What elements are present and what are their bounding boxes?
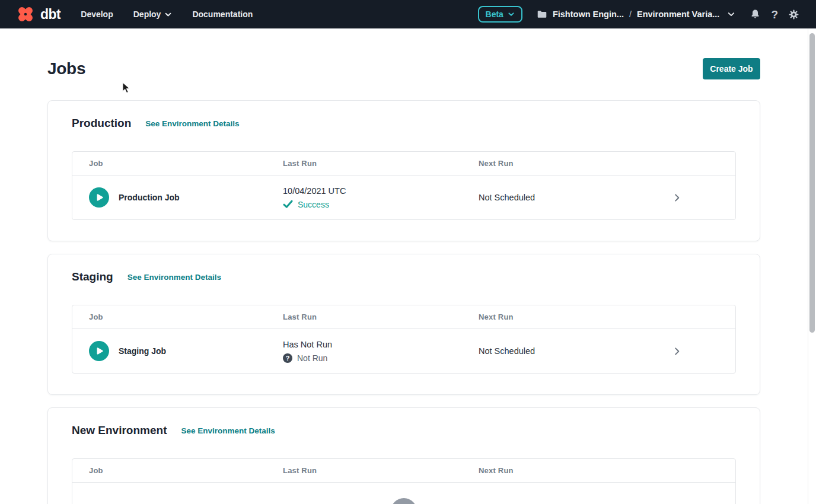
question-mark-icon: ? — [283, 353, 292, 363]
empty-jobs-area: ? — [72, 483, 735, 504]
chevron-down-icon[interactable] — [727, 10, 735, 18]
next-run-value: Not Scheduled — [479, 346, 672, 356]
nav-item-develop[interactable]: Develop — [81, 9, 113, 19]
next-run-value: Not Scheduled — [479, 193, 672, 202]
column-header-last-run: Last Run — [283, 159, 479, 168]
chevron-down-icon — [508, 11, 515, 18]
bell-icon[interactable] — [750, 8, 761, 20]
breadcrumb-section[interactable]: Environment Varia... — [637, 9, 719, 19]
column-header-job: Job — [72, 312, 283, 321]
folder-icon — [537, 9, 547, 19]
jobs-table: Job Last Run Next Run Staging Job Has No… — [72, 305, 736, 374]
help-icon[interactable]: ? — [771, 9, 778, 20]
run-job-button[interactable] — [89, 341, 109, 361]
question-mark-icon: ? — [391, 498, 417, 504]
breadcrumb-project[interactable]: Fishtown Engin... — [553, 9, 624, 19]
check-icon — [283, 200, 293, 209]
see-environment-details-link[interactable]: See Environment Details — [181, 426, 275, 435]
environment-card-new-environment: New Environment See Environment Details … — [47, 407, 760, 504]
environment-name: Staging — [72, 270, 113, 283]
column-header-next-run: Next Run — [479, 312, 672, 321]
dbt-logo[interactable]: dbt — [15, 4, 60, 24]
table-row[interactable]: Production Job 10/04/2021 UTC Success No… — [72, 176, 735, 219]
play-icon — [93, 191, 106, 204]
column-header-last-run: Last Run — [283, 312, 479, 321]
jobs-table: Job Last Run Next Run ? — [72, 458, 736, 504]
dbt-logo-icon — [15, 4, 36, 24]
top-navbar: dbt Develop Deploy Documentation Beta Fi… — [0, 0, 816, 28]
environment-name: New Environment — [72, 424, 167, 437]
breadcrumb[interactable]: Fishtown Engin... / Environment Varia... — [537, 9, 735, 19]
status-badge: Not Run — [297, 352, 327, 364]
status-badge: Success — [298, 199, 329, 210]
environment-name: Production — [72, 117, 131, 130]
column-header-last-run: Last Run — [283, 466, 479, 475]
page-title: Jobs — [47, 59, 85, 78]
environment-card-staging: Staging See Environment Details Job Last… — [47, 254, 760, 395]
column-header-next-run: Next Run — [479, 466, 672, 475]
column-header-next-run: Next Run — [479, 159, 672, 168]
environment-card-production: Production See Environment Details Job L… — [47, 100, 760, 241]
beta-dropdown[interactable]: Beta — [478, 6, 522, 23]
column-header-job: Job — [72, 466, 283, 475]
jobs-page: Jobs Create Job Production See Environme… — [0, 58, 808, 504]
brand-name: dbt — [40, 7, 60, 23]
breadcrumb-separator: / — [629, 9, 632, 19]
run-job-button[interactable] — [89, 187, 109, 208]
see-environment-details-link[interactable]: See Environment Details — [145, 119, 239, 128]
see-environment-details-link[interactable]: See Environment Details — [128, 273, 221, 282]
gear-icon[interactable] — [788, 9, 799, 20]
last-run-date: 10/04/2021 UTC — [283, 185, 479, 197]
create-job-button[interactable]: Create Job — [703, 58, 760, 79]
play-icon — [93, 344, 106, 358]
scrollbar-thumb[interactable] — [809, 33, 815, 333]
nav-item-documentation[interactable]: Documentation — [192, 9, 253, 19]
chevron-right-icon[interactable] — [672, 346, 681, 356]
job-name[interactable]: Staging Job — [119, 346, 166, 356]
chevron-down-icon — [164, 11, 172, 18]
vertical-scrollbar[interactable] — [808, 28, 816, 504]
chevron-right-icon[interactable] — [672, 193, 681, 203]
nav-item-deploy[interactable]: Deploy — [133, 9, 173, 19]
job-name[interactable]: Production Job — [119, 193, 180, 202]
table-row[interactable]: Staging Job Has Not Run ? Not Run Not Sc… — [72, 329, 735, 373]
last-run-date: Has Not Run — [283, 339, 479, 350]
jobs-table: Job Last Run Next Run Production Job 10/… — [72, 151, 736, 220]
column-header-job: Job — [72, 159, 283, 168]
